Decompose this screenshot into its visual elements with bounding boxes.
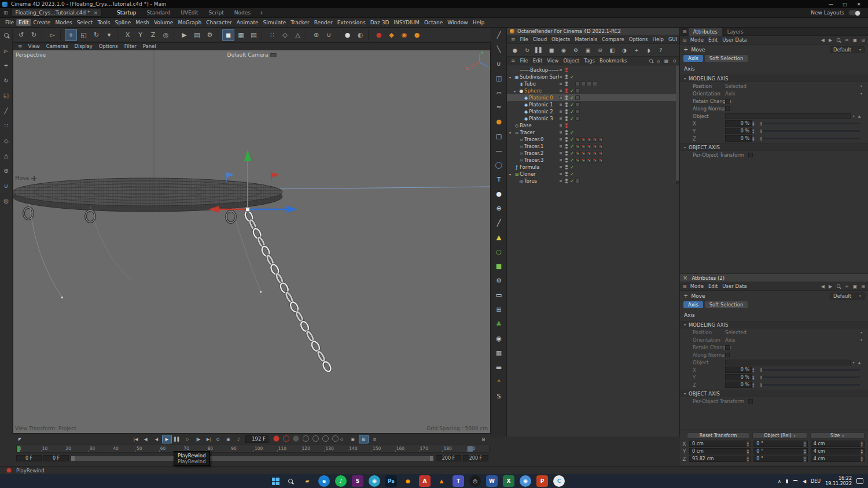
layout-preset-script[interactable]: Script	[204, 9, 229, 16]
attr-back-icon[interactable]: ◀	[820, 284, 826, 289]
microphone-icon[interactable]	[786, 479, 788, 483]
gizmo-z-arrow[interactable]	[286, 206, 297, 213]
om-home-icon[interactable]: ⌂	[656, 58, 661, 64]
octane-restart-render[interactable]: ↻	[522, 45, 532, 56]
visibility-dots[interactable]	[564, 95, 569, 101]
layer-chip[interactable]	[559, 138, 562, 141]
object-name[interactable]: Formula	[520, 164, 559, 170]
preset-dropdown[interactable]: Default▾	[830, 293, 865, 300]
lock-z-axis-button[interactable]: Z	[147, 29, 159, 41]
object-name[interactable]: Torus	[524, 178, 559, 184]
playhead[interactable]	[467, 446, 473, 452]
object-name[interactable]: Tracer.3	[524, 157, 559, 163]
zoom-tool[interactable]	[2, 31, 11, 40]
object-row-cloner[interactable]: ▾⊞Cloner✓	[507, 171, 679, 178]
menu-help[interactable]: Help	[470, 19, 487, 26]
pause-button[interactable]: ▌▌	[172, 435, 182, 443]
object-picker-icon[interactable]: ▲	[856, 114, 862, 118]
object-link-field[interactable]	[725, 360, 851, 365]
tab-attributes[interactable]: Attributes	[689, 28, 722, 36]
object-name[interactable]: Platonic 3	[529, 116, 559, 121]
document-tab[interactable]: Floating_Crys...Tutorial.c4d * ×	[12, 9, 102, 17]
layer-chip[interactable]	[559, 179, 562, 183]
goto-end-button[interactable]: ▶|	[204, 435, 214, 443]
material-preview-sphere-2[interactable]: ◐	[354, 29, 366, 41]
scale-tool-side[interactable]: ◱	[2, 91, 11, 100]
spinner-arrows-icon[interactable]: ▲▼	[803, 441, 806, 447]
menu-render[interactable]: Render	[312, 19, 335, 26]
render-settings-button[interactable]: ⚙	[204, 29, 216, 41]
chain-links-object[interactable]	[244, 210, 332, 373]
enabled-check-icon[interactable]: ✓	[569, 178, 575, 184]
tag-icon[interactable]	[593, 151, 597, 156]
render-view-button[interactable]: ▶	[178, 29, 190, 41]
menu-compare[interactable]: Compare	[599, 36, 627, 42]
add-circle-spline[interactable]: ◯	[494, 160, 504, 170]
object-row-tracer[interactable]: ▾≈Tracer✓	[507, 129, 679, 136]
record-position-toggle[interactable]	[293, 435, 299, 442]
tag-icon[interactable]	[575, 137, 580, 142]
menu-window[interactable]: Window	[445, 19, 470, 26]
add-sphere-object[interactable]: ●	[494, 189, 504, 199]
y-size-field[interactable]: 4 cm▲▼	[811, 448, 865, 454]
gizmo-center-handle[interactable]	[246, 208, 250, 212]
layer-chip[interactable]	[559, 158, 562, 162]
strip-smooth-tool[interactable]: ≈	[494, 102, 504, 112]
menu-mograph[interactable]: MoGraph	[175, 19, 204, 26]
along-normals-checkbox[interactable]	[725, 106, 730, 111]
octane-kernel-settings[interactable]: ⚙	[571, 45, 581, 56]
axis-button[interactable]: Axis	[683, 55, 703, 62]
menu-options[interactable]: Options	[96, 43, 121, 49]
x-value-field[interactable]: 0 %	[725, 367, 752, 373]
layer-chip[interactable]	[559, 110, 562, 113]
timeline-collapse-button[interactable]: ◤	[15, 435, 25, 443]
octane-render-region[interactable]: ◧	[607, 45, 617, 56]
keyframe-lock-button[interactable]: ▣	[348, 435, 358, 443]
visibility-dots[interactable]	[564, 164, 569, 170]
visibility-dots[interactable]	[564, 171, 569, 177]
x-position-field[interactable]: 0 cm▲▼	[689, 441, 751, 447]
panel-menu-icon[interactable]: ≡	[16, 43, 25, 49]
x-rotation-field[interactable]: 0 °▲▼	[753, 441, 807, 447]
menu-edit[interactable]: Edit	[706, 283, 720, 289]
tag-icon[interactable]	[587, 137, 591, 142]
coordinate-system-toggle[interactable]: ◎	[160, 29, 172, 41]
document-tab-close-icon[interactable]: ×	[93, 10, 98, 16]
record-scale-toggle[interactable]	[303, 435, 309, 442]
menu-simulate[interactable]: Simulate	[260, 19, 288, 26]
visibility-dots[interactable]	[564, 136, 569, 142]
object-row-subdivision-surface[interactable]: ▾▣Subdivision Surface✓	[507, 73, 679, 80]
visibility-dots[interactable]	[564, 102, 569, 108]
layer-chip[interactable]	[559, 117, 562, 120]
notification-icon[interactable]	[856, 478, 863, 484]
taskbar-spotify[interactable]: ♪	[335, 475, 347, 487]
enabled-check-icon[interactable]: ✓	[569, 102, 575, 108]
object-name[interactable]: Tracer	[520, 130, 559, 135]
z-value-field[interactable]: 0 %	[725, 135, 752, 142]
autokeying-button[interactable]	[283, 435, 289, 442]
tag-icon[interactable]	[575, 88, 580, 93]
taskbar-compass-browser[interactable]: ◉	[369, 475, 380, 487]
object-name[interactable]: Tube	[524, 81, 559, 87]
octane-start-render[interactable]: ●	[510, 45, 520, 56]
expand-arrow-icon[interactable]: ▾	[509, 75, 514, 79]
gizmo-y-arrow[interactable]	[244, 150, 251, 161]
z-slider[interactable]	[760, 384, 860, 386]
object-name[interactable]: Tracer.1	[524, 143, 559, 149]
menu-file[interactable]: File	[3, 19, 16, 26]
tag-icon[interactable]	[598, 144, 603, 149]
object-row-tracer-3[interactable]: ≈Tracer.3✓	[507, 157, 679, 164]
layer-chip[interactable]	[559, 172, 562, 176]
taskbar-chrome[interactable]: ◉	[520, 475, 531, 487]
tag-icon[interactable]	[593, 158, 597, 162]
object-tree-scrollbar[interactable]	[676, 65, 679, 184]
attr-expand-icon[interactable]: ⊞	[860, 284, 866, 289]
layer-chip[interactable]	[559, 82, 562, 86]
strip-mirror-tool[interactable]: ◫	[494, 73, 504, 83]
object-link-field[interactable]	[725, 113, 851, 119]
scrollbar-thumb[interactable]	[676, 65, 679, 181]
axis-bank-handles[interactable]	[226, 172, 279, 182]
object-row-platonic-1[interactable]: ◆Platonic 1✓	[507, 101, 679, 108]
section-modeling-axis[interactable]: ▾MODELING AXIS	[680, 75, 868, 82]
menu-bookmarks[interactable]: Bookmarks	[597, 58, 630, 64]
